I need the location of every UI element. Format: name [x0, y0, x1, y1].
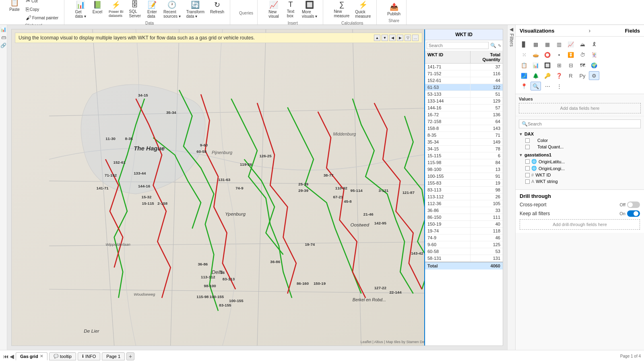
wkt-row[interactable]: 74-946 — [425, 234, 503, 241]
wkt-row[interactable]: 16-72136 — [425, 111, 503, 118]
quick-measure-button[interactable]: ⚡ Quickmeasure — [353, 0, 372, 19]
viz-treemap-icon[interactable]: ▪ — [554, 50, 564, 59]
fields-item-wkt-id[interactable]: # WKT ID — [519, 172, 641, 178]
wkt-row[interactable]: 35-34149 — [425, 139, 503, 146]
wkt-row[interactable]: 53-13351 — [425, 91, 503, 98]
new-visual-button[interactable]: 📈 Newvisual — [266, 0, 281, 19]
enter-data-button[interactable]: 📝 Enterdata — [145, 0, 159, 19]
viz-python-icon[interactable]: Py — [577, 71, 588, 80]
viz-panel-collapse[interactable]: › — [589, 27, 591, 34]
fields-search-input[interactable] — [528, 121, 638, 126]
wkt-row[interactable]: 155-8319 — [425, 180, 503, 187]
origin-lat-checkbox[interactable] — [525, 159, 530, 164]
viz-custom5-icon[interactable]: ⋮ — [554, 82, 564, 90]
report-view-icon[interactable]: 📊 — [0, 27, 6, 32]
wkt-search-input[interactable] — [427, 42, 489, 49]
viz-clustered-bar-icon[interactable]: ▦ — [542, 40, 553, 49]
excel-button[interactable]: 📗 Excel — [90, 0, 105, 19]
wkt-row[interactable]: 144-1657 — [425, 105, 503, 111]
sql-button[interactable]: 🗄 SQLServer — [128, 0, 142, 19]
model-view-icon[interactable]: 🔗 — [0, 43, 6, 48]
viz-100pct-bar-icon[interactable]: ▥ — [554, 40, 564, 49]
wkt-row[interactable]: 19-74118 — [425, 228, 503, 234]
new-measure-button[interactable]: ∑ Newmeasure — [332, 0, 351, 19]
viz-ribbon-chart-icon[interactable]: 🎗 — [589, 40, 599, 49]
viz-custom4-icon[interactable]: ⋯ — [542, 82, 553, 90]
wkt-string-checkbox[interactable] — [525, 179, 530, 184]
wkt-id-checkbox[interactable] — [525, 173, 530, 177]
fields-item-color[interactable]: Color — [519, 137, 641, 144]
wkt-row[interactable]: 86-150111 — [425, 214, 503, 221]
map-ctrl-down[interactable]: ▼ — [382, 35, 388, 41]
fields-item-origin-lat[interactable]: 🌐 OriginLatitu... — [519, 158, 641, 165]
wkt-row[interactable]: 8-3571 — [425, 132, 503, 139]
fields-group-dax-header[interactable]: ▼ DAX — [519, 131, 641, 137]
origin-long-checkbox[interactable] — [525, 166, 530, 171]
viz-matrix-icon[interactable]: ⊟ — [566, 61, 576, 70]
map-ctrl-up[interactable]: ▲ — [374, 35, 380, 41]
nav-first[interactable]: ⏮ — [3, 353, 9, 360]
map-visual[interactable]: 34-15 35-34 11-30 8-35 9-60 60-58 152-61… — [12, 29, 503, 346]
viz-multi-row-card-icon[interactable]: 📋 — [519, 61, 529, 70]
viz-custom1-icon[interactable]: ⚙ — [589, 71, 599, 80]
viz-custom2-icon[interactable]: 📍 — [519, 82, 529, 90]
wkt-row[interactable]: 100-15591 — [425, 173, 503, 180]
data-view-icon[interactable]: 🗃 — [1, 35, 6, 40]
viz-azure-map-icon[interactable]: 🗾 — [519, 71, 529, 80]
copy-button[interactable]: ⎘ Copy — [24, 6, 60, 13]
viz-stacked-bar-icon[interactable]: ▩ — [530, 40, 541, 49]
viz-gauge-icon[interactable]: ⏱ — [577, 50, 588, 59]
map-ctrl-filter[interactable]: ▽ — [405, 35, 411, 41]
viz-table-icon[interactable]: ⊞ — [554, 61, 564, 70]
viz-card-icon[interactable]: 🃏 — [589, 50, 599, 59]
viz-area-chart-icon[interactable]: ⛰ — [577, 40, 588, 49]
wkt-row[interactable]: 98-10013 — [425, 166, 503, 173]
viz-map-icon[interactable]: 🗺 — [577, 61, 588, 70]
viz-bar-chart-icon[interactable]: ▊ — [519, 40, 529, 49]
wkt-row[interactable]: 58-131131 — [425, 255, 503, 262]
viz-slicer-icon[interactable]: 🔲 — [542, 61, 553, 70]
wkt-row[interactable]: 158-8143 — [425, 125, 503, 132]
wkt-row[interactable]: 34-1578 — [425, 146, 503, 152]
recent-sources-button[interactable]: 🕐 Recentsources ▾ — [162, 0, 182, 19]
total-quant-checkbox[interactable] — [525, 145, 530, 149]
wkt-row[interactable]: 72-15864 — [425, 118, 503, 125]
wkt-row[interactable]: 61-53122 — [425, 84, 503, 91]
tab-tooltip[interactable]: 💬 tooltip — [49, 352, 76, 360]
keep-all-filters-toggle[interactable] — [627, 210, 640, 217]
tab-gas-grid[interactable]: Gas grid ✕ — [16, 352, 47, 360]
wkt-row[interactable]: 112-36105 — [425, 200, 503, 207]
wkt-row[interactable]: 15-1156 — [425, 152, 503, 159]
wkt-row[interactable]: 113-11226 — [425, 193, 503, 200]
filters-toggle-icon[interactable]: ◀ Filters — [509, 27, 514, 47]
cut-button[interactable]: ✂ Cut — [24, 0, 60, 5]
wkt-search-clear-icon[interactable]: ✎ — [498, 43, 501, 48]
wkt-row[interactable]: 60-5853 — [425, 248, 503, 255]
tab-gas-grid-close[interactable]: ✕ — [40, 354, 43, 358]
viz-key-influencers-icon[interactable]: 🔑 — [542, 71, 553, 80]
refresh-button[interactable]: ↻ Refresh — [208, 0, 226, 19]
transform-data-button[interactable]: 🔄 Transformdata ▾ — [185, 0, 206, 19]
wkt-row[interactable]: 9-60125 — [425, 241, 503, 248]
wkt-row[interactable]: 152-6144 — [425, 77, 503, 84]
viz-pie-icon[interactable]: 🥧 — [530, 50, 541, 59]
wkt-row[interactable]: 71-152116 — [425, 70, 503, 77]
viz-qa-icon[interactable]: ❓ — [554, 71, 564, 80]
wkt-row[interactable]: 150-1940 — [425, 221, 503, 228]
map-ctrl-right[interactable]: ▶ — [397, 35, 403, 41]
power-bi-button[interactable]: ⚡ Power BIdatasets — [107, 0, 125, 19]
map-ctrl-left[interactable]: ◀ — [389, 35, 396, 41]
cross-report-toggle[interactable] — [627, 202, 640, 208]
viz-kpi-icon[interactable]: 📊 — [530, 61, 541, 70]
get-data-button[interactable]: 📊 Getdata ▾ — [73, 0, 88, 19]
map-ctrl-more[interactable]: … — [412, 35, 419, 41]
add-drill-fields-placeholder[interactable]: Add drill-through fields here — [520, 219, 640, 230]
fields-item-wkt-string[interactable]: A WKT string — [519, 178, 641, 185]
viz-filled-map-icon[interactable]: 🌍 — [589, 61, 599, 70]
format-painter-button[interactable]: 🖌 Format painter — [24, 14, 60, 22]
wkt-row[interactable]: 36-8633 — [425, 207, 503, 214]
viz-r-visual-icon[interactable]: R — [566, 71, 576, 80]
add-data-fields-placeholder[interactable]: Add data fields here — [519, 103, 641, 113]
wkt-row[interactable]: 133-144129 — [425, 98, 503, 105]
viz-scatter-icon[interactable]: ⁙ — [519, 50, 529, 59]
